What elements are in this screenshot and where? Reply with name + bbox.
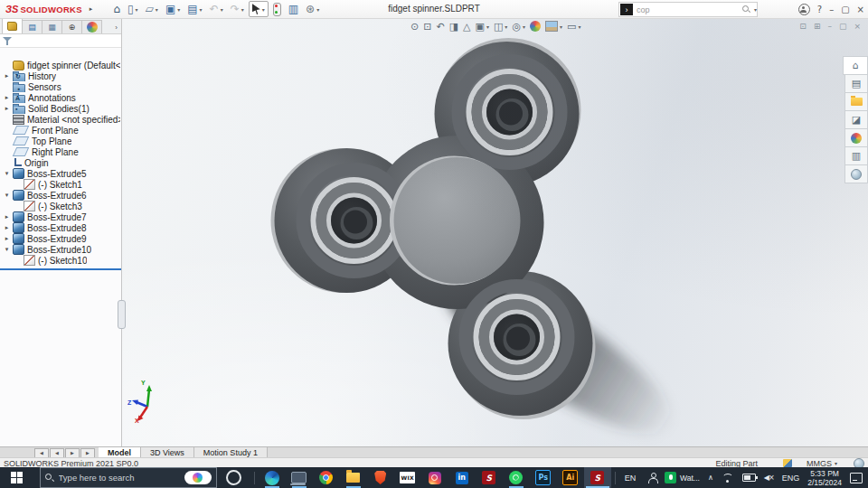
expand-arrow-icon[interactable]: ▾ (4, 247, 10, 253)
units-caret-icon[interactable]: ▾ (835, 460, 837, 466)
start-button[interactable] (0, 467, 40, 488)
tree-item[interactable]: Origin (0, 157, 121, 168)
volume-muted-icon[interactable]: ◀× (764, 474, 774, 482)
dynamic-annotation-icon[interactable]: △ (462, 22, 471, 32)
taskbar-search[interactable]: Type here to search (40, 467, 217, 488)
tree-item[interactable]: ▸Boss-Extrude9 (0, 233, 121, 244)
language-button[interactable]: EN (619, 474, 642, 483)
panel-splitter-handle[interactable] (118, 300, 126, 329)
tray-expand-chevron[interactable]: ∧ (708, 474, 713, 482)
save-icon[interactable]: ▣▾ (163, 2, 183, 16)
doc-close-button[interactable]: × (854, 22, 861, 31)
expand-arrow-icon[interactable]: ▸ (4, 95, 10, 101)
account-icon[interactable] (798, 4, 810, 15)
whatsapp-taskbar-button[interactable] (503, 467, 530, 488)
apply-scene-icon[interactable]: ▾ (544, 21, 563, 32)
clock[interactable]: 5:33 PM 2/15/2024 (807, 469, 842, 487)
featuremanager-tab[interactable] (2, 18, 23, 33)
tree-item[interactable]: Material <not specified> (0, 114, 121, 125)
print-icon[interactable]: ▤▾ (184, 2, 204, 16)
file-properties-icon[interactable]: ▥ (286, 2, 301, 16)
search-icon[interactable] (742, 5, 750, 14)
configurationmanager-tab[interactable]: ▦ (42, 20, 62, 33)
tree-item[interactable]: Right Plane (0, 146, 121, 157)
instagram-taskbar-button[interactable] (421, 467, 448, 488)
section-view-icon[interactable]: ◨ (448, 22, 459, 32)
expand-arrow-icon[interactable]: ▸ (4, 106, 10, 112)
propertymanager-tab[interactable]: ▤ (22, 20, 42, 33)
tree-item[interactable]: ▸Annotations (0, 92, 121, 103)
fidget-spinner-model[interactable] (122, 18, 868, 446)
hide-show-items-icon[interactable]: ◎▾ (511, 22, 526, 32)
tree-item[interactable]: Top Plane (0, 136, 121, 146)
open-icon[interactable]: ▱▾ (143, 2, 161, 16)
expand-arrow-icon[interactable]: ▾ (4, 192, 10, 199)
view-orientation-icon[interactable]: ▣▾ (475, 22, 490, 32)
units-label[interactable]: MMGS (807, 459, 832, 468)
search-box[interactable]: › cop ▾ (618, 2, 758, 17)
expand-arrow-icon[interactable]: ▾ (4, 171, 10, 177)
new-document-icon[interactable]: ▯▾ (125, 2, 141, 16)
home-icon[interactable]: ⌂ (110, 2, 123, 16)
illustrator-taskbar-button[interactable]: Ai (557, 467, 584, 488)
remote-desktop-taskbar-button[interactable] (286, 467, 313, 488)
options-gear-icon[interactable]: ⊛▾ (303, 2, 322, 16)
solidworks-taskbar-button[interactable]: S (584, 467, 611, 488)
displaymanager-tab[interactable] (81, 20, 102, 33)
tab-scroll-last-button[interactable]: ▶ (80, 448, 95, 458)
forum-icon[interactable] (844, 165, 868, 183)
tab-scroll-first-button[interactable]: ◀ (34, 448, 49, 458)
tree-item[interactable]: ▾Boss-Extrude5 (0, 168, 121, 179)
rebuild-traffic-light-icon[interactable] (270, 2, 284, 16)
dimxpertmanager-tab[interactable]: ⊕ (61, 20, 82, 33)
tree-filter-row[interactable] (0, 34, 121, 48)
expand-arrow-icon[interactable]: ▸ (4, 225, 10, 231)
wix-taskbar-button[interactable]: WIX (394, 467, 421, 488)
zoom-to-fit-icon[interactable]: ⊙ (410, 22, 420, 32)
edge-taskbar-button[interactable] (259, 467, 286, 488)
solidworks-resources-icon[interactable]: ⌂ (843, 56, 868, 75)
tree-item[interactable]: ▸Boss-Extrude7 (0, 211, 121, 222)
battery-icon[interactable] (742, 474, 756, 482)
search-scope-icon[interactable]: › (620, 4, 633, 15)
view-settings-icon[interactable]: ▭▾ (566, 22, 581, 32)
edit-appearance-icon[interactable] (529, 21, 542, 32)
tree-item[interactable]: ▸Solid Bodies(1) (0, 103, 121, 114)
tree-item[interactable]: ▾Boss-Extrude10 (0, 244, 121, 255)
photoshop-taskbar-button[interactable]: Ps (530, 467, 557, 488)
design-library-icon[interactable]: ▤ (844, 75, 868, 93)
undo-icon[interactable]: ↶▾ (207, 2, 226, 16)
people-icon[interactable] (646, 473, 659, 483)
language-indicator[interactable]: ENG (782, 474, 800, 483)
help-icon[interactable]: ? (817, 5, 822, 14)
search-input[interactable]: cop (633, 5, 742, 14)
brave-taskbar-button[interactable] (367, 467, 394, 488)
doc-minimize-button[interactable]: – (827, 22, 832, 31)
display-style-icon[interactable]: ◫▾ (493, 22, 508, 32)
chrome-taskbar-button[interactable] (313, 467, 340, 488)
tree-item[interactable]: (-) Sketch10 (0, 255, 121, 266)
tree-item[interactable]: Front Plane (0, 125, 121, 136)
cortana-button[interactable] (226, 470, 241, 485)
tray-app-button[interactable]: Wat... (665, 472, 700, 483)
tree-item[interactable]: Sensors (0, 81, 121, 92)
wifi-icon[interactable] (722, 473, 734, 483)
tree-item[interactable]: (-) Sketch1 (0, 179, 121, 190)
tree-item[interactable]: (-) Sketch3 (0, 201, 121, 211)
doc-restore-button[interactable]: ▢ (839, 22, 847, 31)
file-explorer-icon[interactable] (844, 93, 868, 111)
tab-scroll-next-button[interactable]: ▶ (65, 448, 80, 458)
expand-arrow-icon[interactable]: ▸ (4, 236, 10, 242)
redo-icon[interactable]: ↷▾ (228, 2, 247, 16)
tree-item[interactable]: ▸Boss-Extrude8 (0, 222, 121, 233)
minimize-button[interactable]: – (829, 5, 834, 14)
expand-arrow-icon[interactable]: ▸ (4, 73, 10, 80)
restore-button[interactable]: ▢ (841, 5, 849, 14)
tree-item[interactable]: fidget spinner (Default<<Default>_[ (0, 60, 121, 70)
zoom-to-area-icon[interactable]: ⊡ (422, 22, 432, 32)
doc-window-icon-b[interactable]: ⊞ (814, 22, 821, 31)
doc-window-icon-a[interactable]: ⊡ (799, 22, 807, 31)
linkedin-taskbar-button[interactable]: in (448, 467, 476, 488)
notification-center-icon[interactable] (850, 473, 863, 483)
view-palette-icon[interactable]: ◪ (844, 111, 868, 129)
